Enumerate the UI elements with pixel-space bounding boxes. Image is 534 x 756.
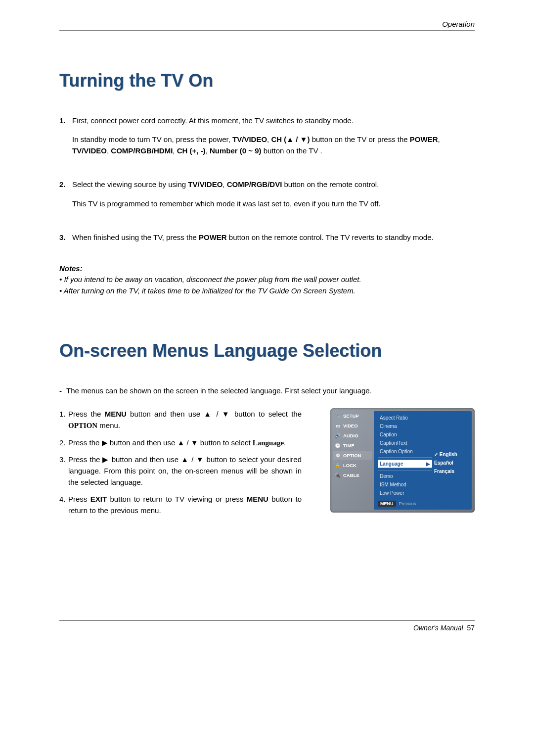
heading-language-selection: On-screen Menus Language Selection <box>59 341 475 361</box>
footer-label: Owner's Manual <box>413 624 463 632</box>
osd-tab-video: ▭VIDEO <box>333 421 372 430</box>
osd-item: Caption Option <box>378 448 432 455</box>
osd-item: Cinema <box>378 423 432 430</box>
tv-icon: ▭ <box>334 423 341 428</box>
osd-item: Caption <box>378 431 432 438</box>
note-item: • After turning on the TV, it takes time… <box>59 285 475 297</box>
osd-lang-espanol: Español <box>434 460 469 466</box>
gear-icon: ⚙ <box>334 452 341 458</box>
lang-step-3: 3. Press the ▶ button and then use ▲ / ▼… <box>59 454 302 488</box>
clock-icon: 🕒 <box>334 442 341 448</box>
intro-text: The menus can be shown on the screen in … <box>66 385 372 397</box>
heading-turning-tv-on: Turning the TV On <box>59 71 475 91</box>
osd-item-language-selected: Language ▶ <box>378 460 432 468</box>
osd-tab-setup: 🔧SETUP <box>333 411 372 420</box>
step-number: 3. <box>59 232 72 243</box>
section-label: Operation <box>59 20 475 30</box>
step-number: 2. <box>59 179 72 190</box>
top-divider <box>59 30 475 31</box>
step-1-continued: In standby mode to turn TV on, press the… <box>72 134 475 156</box>
lang-step-4: 4. Press EXIT button to return to TV vie… <box>59 493 302 517</box>
note-item: • If you intend to be away on vacation, … <box>59 274 475 285</box>
wrench-icon: 🔧 <box>334 413 341 419</box>
osd-lang-francais: Français <box>434 469 469 474</box>
chevron-right-icon: ▶ <box>426 461 430 467</box>
page-footer: Owner's Manual 57 <box>59 621 475 632</box>
step-2-continued: This TV is programmed to remember which … <box>72 198 475 210</box>
osd-tab-audio: 🔊AUDIO <box>333 431 372 440</box>
osd-language-options: English Español Français <box>432 414 469 507</box>
lang-step-2: 2. Press the ▶ button and then use ▲ / ▼… <box>59 437 302 449</box>
step-text: First, connect power cord correctly. At … <box>72 115 475 127</box>
osd-tab-lock: 🔒LOCK <box>333 461 372 470</box>
osd-tab-list: 🔧SETUP ▭VIDEO 🔊AUDIO 🕒TIME ⚙OPTION 🔒LOCK… <box>333 411 372 510</box>
step-number: 1. <box>59 115 72 127</box>
intro-line: - The menus can be shown on the screen i… <box>59 385 475 397</box>
osd-footer-button: MENU <box>378 501 396 507</box>
osd-menu-screenshot: 🔧SETUP ▭VIDEO 🔊AUDIO 🕒TIME ⚙OPTION 🔒LOCK… <box>330 408 475 513</box>
step-1: 1. First, connect power cord correctly. … <box>59 115 475 127</box>
osd-item: Low Power <box>378 489 432 497</box>
page-number: 57 <box>467 624 475 632</box>
notes-heading: Notes: <box>59 263 475 275</box>
osd-footer-text: Previous <box>399 501 416 506</box>
osd-option-panel: Aspect Ratio Cinema Caption Caption/Text… <box>374 411 472 510</box>
lang-step-1: 1. Press the MENU button and then use ▲ … <box>59 408 302 432</box>
step-text: Select the viewing source by using TV/VI… <box>72 179 475 190</box>
speaker-icon: 🔊 <box>334 432 341 438</box>
step-text: When finished using the TV, press the PO… <box>72 232 475 243</box>
osd-footer: MENU Previous <box>378 501 432 507</box>
osd-item: Demo <box>378 472 432 480</box>
osd-item: ISM Method <box>378 481 432 488</box>
step-2: 2. Select the viewing source by using TV… <box>59 179 475 190</box>
osd-tab-time: 🕒TIME <box>333 441 372 450</box>
step-3: 3. When finished using the TV, press the… <box>59 232 475 243</box>
osd-item: Aspect Ratio <box>378 414 432 422</box>
dash-bullet: - <box>59 385 66 397</box>
lock-icon: 🔒 <box>334 462 341 468</box>
plug-icon: 🔌 <box>334 472 341 478</box>
osd-tab-option: ⚙OPTION <box>333 451 372 460</box>
osd-item: Caption/Text <box>378 439 432 447</box>
osd-tab-cable: 🔌CABLE <box>333 471 372 479</box>
osd-lang-english: English <box>434 452 469 457</box>
